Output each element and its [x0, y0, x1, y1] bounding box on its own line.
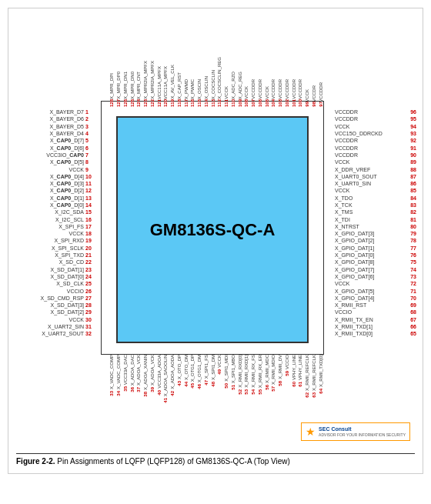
sec-consult-text: SEC Consult ADVISOR FOR YOUR INFORMATION… [319, 426, 406, 437]
top-pin-number: 121 [157, 99, 162, 107]
top-pin-number: 100 [298, 99, 302, 107]
left-pin-name: X_SD_DAT[2] [16, 309, 85, 315]
bottom-pin-number: 48 [211, 382, 216, 387]
top-pin-number: 99 [305, 102, 309, 107]
bottom-pin-number: 64 [319, 389, 323, 394]
top-pin-col: 117X_PWMD [183, 16, 189, 108]
right-pin-row: 81X_TDI [333, 215, 416, 222]
right-pin-name: X_GPIO_DAT[7] [333, 267, 403, 272]
left-pin-number: 31 [85, 324, 99, 329]
top-pin-col: 112X_COCSCLIN_REG [216, 16, 222, 108]
top-pin-number: 103 [278, 99, 282, 107]
top-pin-number: 116 [190, 99, 195, 107]
right-pin-row: 73X_GPIO_DAT[6] [333, 273, 416, 280]
left-pin-name: X_BAYER_D5 [16, 124, 85, 129]
bottom-pin-number: 44 [184, 382, 189, 387]
right-pin-number: 70 [403, 295, 416, 301]
left-pin-row: X_UART2_SOUT32 [16, 330, 99, 337]
bottom-pin-col: X_OTG1_DM46 [196, 355, 202, 447]
right-pin-row: 77X_GPIO_DAT[1] [333, 245, 416, 252]
bottom-pin-name: X_RMII_DV [278, 355, 282, 379]
bottom-pin-col: X_SPI1_MBO51 [230, 355, 236, 447]
left-pin-row: X_SD_CMD_RSP27 [16, 295, 99, 302]
bottom-pin-col: X_OTG1_DP45 [189, 355, 195, 447]
top-pin-name: VCCDDR [292, 79, 296, 99]
right-pin-number: 72 [403, 281, 416, 286]
top-pin-col: 123X_MPR2IA_MPFX [142, 16, 149, 108]
right-pin-row: 96VCCDDR [333, 108, 416, 115]
right-pin-row: 80X_NTRST [333, 223, 416, 230]
right-pin-number: 89 [403, 159, 416, 165]
right-pin-row: 91VCCDDR [333, 144, 416, 151]
bottom-pin-number: 43 [177, 381, 182, 386]
top-pin-col: 105VCCK [264, 16, 270, 108]
top-pin-number: 118 [177, 99, 182, 107]
right-pin-number: 76 [403, 252, 416, 258]
top-pin-col: 106VCCDDR [257, 16, 263, 108]
right-pin-number: 84 [403, 195, 416, 201]
top-pin-name: VCC11A_MPFX [157, 66, 162, 99]
top-pin-name: VCCK [224, 86, 229, 99]
bottom-pin-name: X_RMII_RXD[1] [244, 355, 249, 388]
right-pin-row: 92VCCDDR [333, 137, 416, 144]
top-pin-col: 125X_MPR_DN0 [129, 16, 135, 108]
bottom-pin-name: X_SPI1_FS [204, 355, 209, 379]
bottom-pin-name: X_ADOA_VCK [150, 355, 155, 386]
right-pin-name: X_GPIO_DAT[8] [333, 259, 403, 265]
bottom-pin-name: X_OTG1_DM [197, 355, 202, 382]
bottom-pin-col: X_OTO_DP43 [176, 355, 182, 447]
left-pin-number: 28 [85, 302, 99, 308]
right-pin-number: 92 [403, 138, 416, 143]
top-pin-number: 123 [143, 99, 148, 107]
left-pin-number: 12 [85, 188, 99, 193]
figure-number: Figure 2-2. [16, 457, 55, 466]
top-pin-col: 109X_ADC_REG [237, 16, 243, 108]
right-pin-row: 84X_TDO [333, 195, 416, 202]
top-pin-name: X_MPR_CNT [136, 72, 141, 99]
right-pin-name: VCCDDR [333, 138, 403, 143]
right-pin-name: VCCK [333, 124, 403, 129]
right-pin-number: 78 [403, 238, 416, 243]
right-pin-name: VCCK [333, 281, 403, 286]
left-pin-name: VCCK [16, 231, 85, 236]
right-pin-number: 83 [403, 202, 416, 208]
left-pin-name: VCC3IO_CAP0 [16, 152, 85, 158]
right-pin-name: X_GPIO_DAT[4] [333, 295, 403, 301]
bottom-pin-number: 57 [271, 386, 276, 392]
right-pin-number: 77 [403, 245, 416, 251]
right-pin-row: 67X_RMII_TX_EN [333, 316, 416, 323]
top-pin-col: 110X_ADC_RZO [230, 16, 236, 108]
bottom-pin-col: VCC33A_DAC35 [122, 355, 129, 447]
left-pin-row: X_I2C_SDA15 [16, 209, 99, 215]
left-pin-name: X_SPI_TXD [16, 252, 85, 258]
right-pin-name: X_TCK [333, 202, 403, 208]
top-pin-col: 98VCCDR [311, 16, 317, 108]
left-pin-row: X_SD_DAT[1]23 [16, 266, 99, 273]
top-pin-name: VCCDDR [319, 82, 323, 102]
top-pin-col: 111VCCK [223, 16, 229, 108]
right-pin-row: 94VCCK [333, 123, 416, 130]
right-pin-row: 66X_RMII_TXD[1] [333, 323, 416, 330]
top-pin-number: 120 [163, 99, 168, 107]
bottom-pin-name: X_ADOA_SAOOLIN [163, 355, 168, 396]
right-pin-name: X_TMS [333, 209, 403, 215]
right-pin-row: 72VCCK [333, 280, 416, 287]
top-pin-number: 124 [136, 99, 141, 107]
right-pin-number: 79 [403, 231, 416, 236]
left-pin-number: 10 [85, 174, 99, 179]
right-pin-row: 89VCCK [333, 159, 416, 165]
bottom-pin-col: X_RMII_RXD[1]53 [243, 355, 249, 447]
top-pin-col: 101VCCDDR [291, 16, 297, 108]
left-pin-number: 21 [85, 252, 99, 258]
top-pin-name: X_MPR_DPI [109, 73, 114, 99]
left-pin-name: X_I2C_SDA [16, 209, 85, 215]
bottom-pin-col: X_RMII_RXD[0]52 [237, 355, 243, 447]
left-pin-row: X_SD_DAT[0]24 [16, 273, 99, 280]
bottom-pin-name: X_VADC_COMP [109, 355, 114, 389]
left-pin-name: X_CAP0_D[7] [16, 138, 85, 143]
right-pin-number: 82 [403, 209, 416, 215]
left-pin-name: X_I2C_SCL [16, 217, 85, 222]
right-pin-name: X_GPIO_DAT[1] [333, 245, 403, 251]
right-pin-number: 73 [403, 274, 416, 279]
bottom-pin-name: X_ADOA_DAC [130, 355, 135, 386]
